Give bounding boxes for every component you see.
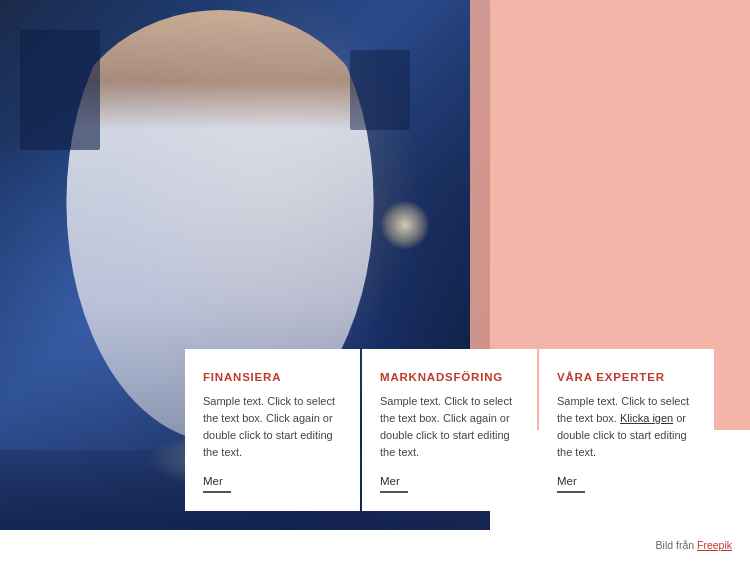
card-marknadsforing-link-underline (380, 491, 408, 493)
footer-credit: Bild från Freepik (656, 539, 732, 551)
card-finansiera: FINANSIERA Sample text. Click to select … (185, 349, 360, 511)
freepik-link[interactable]: Freepik (697, 539, 732, 551)
card-marknadsforing: MARKNADSFÖRING Sample text. Click to sel… (362, 349, 537, 511)
cards-section: FINANSIERA Sample text. Click to select … (185, 349, 714, 511)
card-finansiera-link[interactable]: Mer (203, 475, 342, 487)
card-vara-experter-title: VÅRA EXPERTER (557, 371, 696, 383)
card-vara-experter: VÅRA EXPERTER Sample text. Click to sele… (539, 349, 714, 511)
card-vara-experter-link-underline (557, 491, 585, 493)
card-vara-experter-text: Sample text. Click to select the text bo… (557, 393, 696, 461)
card-marknadsforing-text: Sample text. Click to select the text bo… (380, 393, 519, 461)
card-finansiera-link-underline (203, 491, 231, 493)
klicka-igen-link[interactable]: Klicka igen (620, 412, 673, 424)
card-finansiera-text: Sample text. Click to select the text bo… (203, 393, 342, 461)
card-marknadsforing-link[interactable]: Mer (380, 475, 519, 487)
card-finansiera-title: FINANSIERA (203, 371, 342, 383)
card-marknadsforing-title: MARKNADSFÖRING (380, 371, 519, 383)
card-vara-experter-link[interactable]: Mer (557, 475, 696, 487)
